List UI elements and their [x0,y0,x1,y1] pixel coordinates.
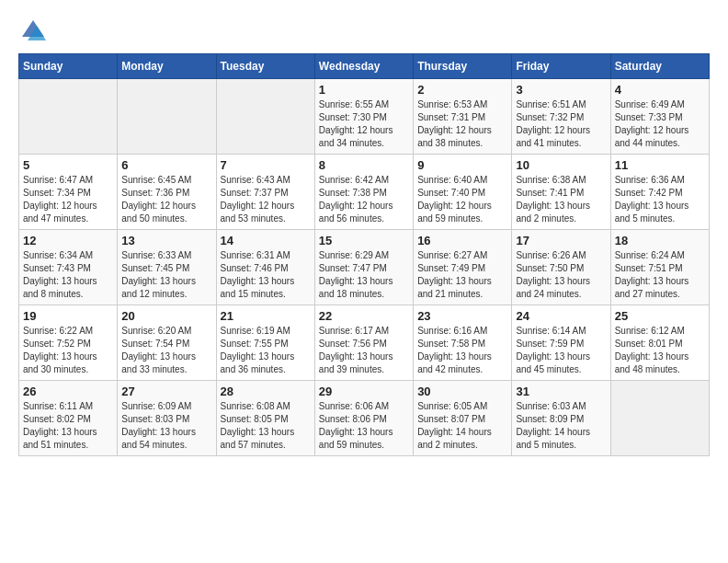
calendar-cell: 23Sunrise: 6:16 AM Sunset: 7:58 PM Dayli… [414,305,512,381]
weekday-header-wednesday: Wednesday [314,54,413,79]
day-number: 10 [516,158,606,172]
logo [18,18,51,44]
calendar-header-row: SundayMondayTuesdayWednesdayThursdayFrid… [19,54,710,79]
calendar-cell: 15Sunrise: 6:29 AM Sunset: 7:47 PM Dayli… [314,230,413,305]
calendar-cell: 17Sunrise: 6:26 AM Sunset: 7:50 PM Dayli… [512,230,610,305]
day-info: Sunrise: 6:20 AM Sunset: 7:54 PM Dayligh… [121,325,211,376]
calendar-cell: 2Sunrise: 6:53 AM Sunset: 7:31 PM Daylig… [414,79,512,155]
day-number: 11 [615,158,705,172]
day-number: 24 [516,309,606,323]
day-info: Sunrise: 6:34 AM Sunset: 7:43 PM Dayligh… [23,249,113,301]
day-info: Sunrise: 6:06 AM Sunset: 8:06 PM Dayligh… [319,400,409,452]
day-info: Sunrise: 6:36 AM Sunset: 7:42 PM Dayligh… [615,174,705,225]
day-number: 13 [121,234,211,247]
calendar-cell [118,79,216,155]
weekday-header-tuesday: Tuesday [216,54,314,79]
day-number: 5 [23,158,113,172]
day-info: Sunrise: 6:47 AM Sunset: 7:34 PM Dayligh… [23,174,113,225]
day-number: 27 [121,385,211,398]
day-info: Sunrise: 6:14 AM Sunset: 7:59 PM Dayligh… [516,325,606,376]
day-info: Sunrise: 6:09 AM Sunset: 8:03 PM Dayligh… [121,400,211,452]
calendar-cell: 8Sunrise: 6:42 AM Sunset: 7:38 PM Daylig… [314,155,413,230]
day-info: Sunrise: 6:22 AM Sunset: 7:52 PM Dayligh… [23,325,113,376]
calendar-cell: 5Sunrise: 6:47 AM Sunset: 7:34 PM Daylig… [19,155,118,230]
day-number: 23 [417,309,507,323]
calendar-cell: 29Sunrise: 6:06 AM Sunset: 8:06 PM Dayli… [314,381,413,456]
weekday-header-sunday: Sunday [19,54,118,79]
day-number: 7 [221,158,311,172]
day-number: 12 [23,234,113,247]
day-info: Sunrise: 6:40 AM Sunset: 7:40 PM Dayligh… [417,174,507,225]
calendar-cell: 18Sunrise: 6:24 AM Sunset: 7:51 PM Dayli… [610,230,709,305]
day-info: Sunrise: 6:12 AM Sunset: 8:01 PM Dayligh… [615,325,705,376]
day-number: 29 [319,385,409,398]
day-info: Sunrise: 6:42 AM Sunset: 7:38 PM Dayligh… [319,174,409,225]
day-number: 4 [615,83,705,97]
calendar-cell: 11Sunrise: 6:36 AM Sunset: 7:42 PM Dayli… [610,155,709,230]
day-info: Sunrise: 6:26 AM Sunset: 7:50 PM Dayligh… [516,249,606,301]
day-info: Sunrise: 6:55 AM Sunset: 7:30 PM Dayligh… [319,98,409,150]
day-number: 30 [417,385,507,398]
calendar-cell: 30Sunrise: 6:05 AM Sunset: 8:07 PM Dayli… [414,381,512,456]
day-number: 31 [516,385,606,398]
day-number: 26 [23,385,113,398]
day-number: 9 [417,158,507,172]
calendar-cell [19,79,118,155]
calendar-cell: 6Sunrise: 6:45 AM Sunset: 7:36 PM Daylig… [118,155,216,230]
calendar-cell: 28Sunrise: 6:08 AM Sunset: 8:05 PM Dayli… [216,381,314,456]
calendar-cell: 26Sunrise: 6:11 AM Sunset: 8:02 PM Dayli… [19,381,118,456]
calendar-week-row: 26Sunrise: 6:11 AM Sunset: 8:02 PM Dayli… [19,381,710,456]
day-info: Sunrise: 6:49 AM Sunset: 7:33 PM Dayligh… [615,98,705,150]
calendar-week-row: 5Sunrise: 6:47 AM Sunset: 7:34 PM Daylig… [19,155,710,230]
day-info: Sunrise: 6:43 AM Sunset: 7:37 PM Dayligh… [221,174,311,225]
calendar-week-row: 1Sunrise: 6:55 AM Sunset: 7:30 PM Daylig… [19,79,710,155]
day-info: Sunrise: 6:45 AM Sunset: 7:36 PM Dayligh… [121,174,211,225]
calendar-cell: 22Sunrise: 6:17 AM Sunset: 7:56 PM Dayli… [314,305,413,381]
day-number: 17 [516,234,606,247]
day-info: Sunrise: 6:17 AM Sunset: 7:56 PM Dayligh… [319,325,409,376]
calendar-cell: 4Sunrise: 6:49 AM Sunset: 7:33 PM Daylig… [610,79,709,155]
day-number: 28 [221,385,311,398]
day-info: Sunrise: 6:05 AM Sunset: 8:07 PM Dayligh… [417,400,507,452]
calendar-cell: 12Sunrise: 6:34 AM Sunset: 7:43 PM Dayli… [19,230,118,305]
day-info: Sunrise: 6:31 AM Sunset: 7:46 PM Dayligh… [221,249,311,301]
calendar-cell: 16Sunrise: 6:27 AM Sunset: 7:49 PM Dayli… [414,230,512,305]
calendar-cell [216,79,314,155]
day-number: 19 [23,309,113,323]
calendar-cell: 27Sunrise: 6:09 AM Sunset: 8:03 PM Dayli… [118,381,216,456]
day-number: 15 [319,234,409,247]
day-number: 18 [615,234,705,247]
day-info: Sunrise: 6:51 AM Sunset: 7:32 PM Dayligh… [516,98,606,150]
day-info: Sunrise: 6:24 AM Sunset: 7:51 PM Dayligh… [615,249,705,301]
day-number: 25 [615,309,705,323]
calendar-cell: 1Sunrise: 6:55 AM Sunset: 7:30 PM Daylig… [314,79,413,155]
day-number: 8 [319,158,409,172]
calendar-cell: 24Sunrise: 6:14 AM Sunset: 7:59 PM Dayli… [512,305,610,381]
calendar-cell: 20Sunrise: 6:20 AM Sunset: 7:54 PM Dayli… [118,305,216,381]
day-info: Sunrise: 6:08 AM Sunset: 8:05 PM Dayligh… [221,400,311,452]
day-number: 22 [319,309,409,323]
page-header [18,18,710,44]
day-number: 16 [417,234,507,247]
day-number: 6 [121,158,211,172]
calendar-cell: 14Sunrise: 6:31 AM Sunset: 7:46 PM Dayli… [216,230,314,305]
day-number: 21 [221,309,311,323]
day-number: 20 [121,309,211,323]
day-info: Sunrise: 6:53 AM Sunset: 7:31 PM Dayligh… [417,98,507,150]
weekday-header-friday: Friday [512,54,610,79]
calendar-cell: 31Sunrise: 6:03 AM Sunset: 8:09 PM Dayli… [512,381,610,456]
day-info: Sunrise: 6:11 AM Sunset: 8:02 PM Dayligh… [23,400,113,452]
calendar-cell: 25Sunrise: 6:12 AM Sunset: 8:01 PM Dayli… [610,305,709,381]
day-info: Sunrise: 6:29 AM Sunset: 7:47 PM Dayligh… [319,249,409,301]
weekday-header-monday: Monday [118,54,216,79]
calendar-cell: 7Sunrise: 6:43 AM Sunset: 7:37 PM Daylig… [216,155,314,230]
calendar-cell: 9Sunrise: 6:40 AM Sunset: 7:40 PM Daylig… [414,155,512,230]
day-info: Sunrise: 6:33 AM Sunset: 7:45 PM Dayligh… [121,249,211,301]
weekday-header-thursday: Thursday [414,54,512,79]
logo-icon [18,18,48,44]
day-number: 1 [319,83,409,97]
day-info: Sunrise: 6:03 AM Sunset: 8:09 PM Dayligh… [516,400,606,452]
calendar-table: SundayMondayTuesdayWednesdayThursdayFrid… [18,53,710,456]
day-info: Sunrise: 6:27 AM Sunset: 7:49 PM Dayligh… [417,249,507,301]
day-info: Sunrise: 6:19 AM Sunset: 7:55 PM Dayligh… [221,325,311,376]
